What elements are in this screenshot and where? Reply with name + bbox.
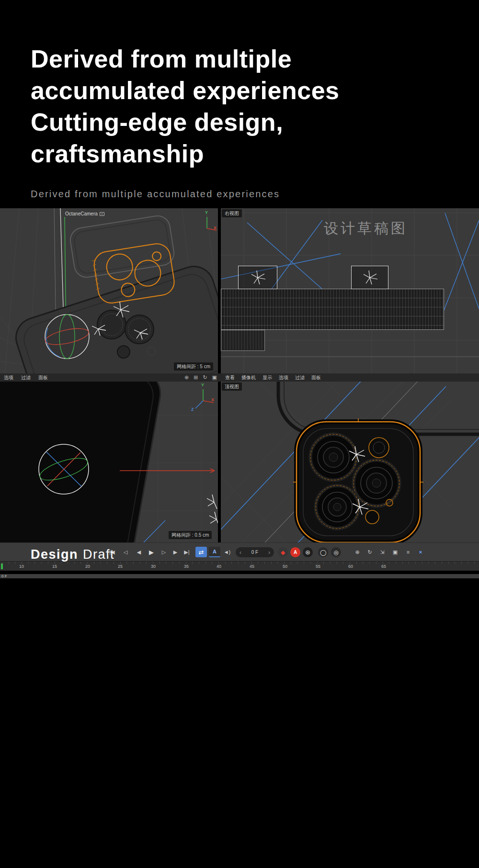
ruler-tick: 60	[348, 564, 353, 569]
autokey-button[interactable]: A	[209, 547, 220, 557]
layer-sliders-button[interactable]: ≡	[402, 547, 414, 557]
menu-panel[interactable]: 面板	[38, 374, 48, 381]
page-title-line: Cutting-edge design,	[31, 106, 462, 138]
perspective-viewport[interactable]: OctaneCamera Y X 网格间距 : 5 cm	[0, 208, 218, 373]
ruler-tick: 25	[118, 564, 123, 569]
frame-prev-arrow[interactable]: ‹	[240, 549, 241, 556]
c4d-workspace: OctaneCamera Y X 网格间距 : 5 cm	[0, 208, 479, 578]
ruler-tick: 65	[381, 564, 386, 569]
viewport-name-label[interactable]: 右视图	[222, 209, 242, 217]
front-view-canvas	[0, 382, 218, 542]
grid-spacing-label: 网格间距 : 0.5 cm	[169, 531, 212, 539]
y-axis-label: Y	[205, 210, 208, 215]
previous-frame-button[interactable]: ◀	[133, 547, 145, 557]
grid-spacing-label: 网格间距 : 5 cm	[174, 362, 213, 371]
phone-side-wireframe	[221, 289, 444, 330]
keyframe-mode-button[interactable]: ◎	[331, 547, 341, 557]
menu-options[interactable]: 选项	[4, 374, 13, 381]
top-view-canvas	[221, 382, 479, 542]
move-tool-button[interactable]: ⊕	[352, 547, 363, 557]
viewport-nav-icons: ⊕ ⊞ ↻ ▣	[184, 373, 217, 382]
x-axis-label: X	[214, 225, 217, 230]
ruler-tick: 20	[85, 564, 90, 569]
camera-lens	[310, 434, 356, 480]
zoom-icon[interactable]: ⊞	[194, 374, 198, 381]
page-title-line: craftsmanship	[31, 138, 462, 169]
page-title-line: Derived from multiple	[31, 43, 462, 75]
camera-lens	[354, 460, 399, 506]
sketch-starburst	[251, 271, 265, 284]
y-axis-label: Y	[201, 383, 204, 387]
phone-side-wireframe-lower	[221, 330, 265, 351]
ruler-tick: 30	[151, 564, 156, 569]
sketch-starbursts	[207, 495, 218, 526]
frame-next-arrow[interactable]: ›	[268, 549, 270, 556]
z-axis-label: Z	[191, 407, 194, 412]
camera-object-icon	[100, 212, 104, 216]
record-scrub-button[interactable]: ◯	[318, 547, 328, 557]
camera-section-outline	[238, 266, 277, 289]
sound-button[interactable]: ◄)	[221, 547, 233, 557]
camera-object-label[interactable]: OctaneCamera	[65, 211, 104, 216]
camera-module	[293, 418, 423, 542]
camera-object-name: OctaneCamera	[65, 211, 98, 216]
front-viewport[interactable]: Y X Z 网格间距 : 0.5 cm	[0, 382, 218, 542]
viewport-menubar: 选项 过滤 面板 ⊕ ⊞ ↻ ▣ 查看 摄像机 显示 选项 过滤 面板	[0, 373, 479, 382]
perspective-viewport-canvas	[0, 208, 218, 373]
frame-value: 0 F	[251, 550, 258, 555]
frame-status-strip: 0 F	[0, 574, 479, 578]
next-frame-button[interactable]: ▷	[158, 547, 170, 557]
ruler-tick: 55	[316, 564, 320, 569]
phone-silhouette	[0, 382, 164, 542]
rotate-view-icon[interactable]: ↻	[203, 374, 207, 381]
page-subtitle: Derived from multiple accumulated experi…	[31, 189, 462, 200]
keying-settings-button[interactable]: ⊛	[303, 547, 313, 557]
watermark-text: 设计草稿图	[324, 219, 408, 238]
ruler-tick: 45	[250, 564, 254, 569]
camera-lens	[316, 485, 359, 529]
page-title-line: accumulated experiences	[31, 75, 462, 106]
caption-word: Design	[31, 547, 78, 562]
menu-cameras[interactable]: 摄像机	[241, 374, 256, 381]
ruler-tick: 50	[283, 564, 287, 569]
camera-section-outline	[351, 266, 388, 289]
flash-circle	[369, 438, 389, 458]
ruler-tick: 35	[184, 564, 189, 569]
frame-field[interactable]: ‹ 0 F ›	[236, 547, 274, 557]
lidar-circle	[365, 510, 379, 524]
current-frame-marker[interactable]	[1, 564, 3, 569]
axis-lock-button[interactable]: ×	[415, 547, 426, 557]
x-axis-label: X	[211, 397, 214, 402]
loop-playback-button[interactable]: ⇄	[195, 547, 207, 557]
top-viewport[interactable]: 顶视图	[221, 382, 479, 542]
record-keyframe-button[interactable]: ◆	[278, 547, 288, 557]
hero-section: Derived from multiple accumulated experi…	[31, 43, 462, 200]
ruler-tick: 10	[19, 564, 24, 569]
ruler-tick: 40	[217, 564, 221, 569]
viewport-name-label[interactable]: 顶视图	[222, 383, 242, 391]
coord-system-button[interactable]: ▣	[389, 547, 401, 557]
right-view-viewport[interactable]: 右视图 设计草稿图	[221, 208, 479, 373]
menu-display[interactable]: 显示	[262, 374, 272, 381]
design-draft-caption: DesignDraft	[31, 547, 114, 562]
previous-key-button[interactable]: ◁	[120, 547, 131, 557]
left-viewport-menu: 选项 过滤 面板 ⊕ ⊞ ↻ ▣	[0, 373, 221, 382]
timeline-ruler[interactable]: 10 15 20 25 30 35 40 45 50 55 60 65	[0, 561, 479, 571]
rotate-tool-button[interactable]: ↻	[364, 547, 376, 557]
maximize-view-icon[interactable]: ▣	[212, 374, 217, 381]
ruler-tick: 15	[52, 564, 57, 569]
sketch-starburst	[364, 271, 377, 284]
menu-panel[interactable]: 面板	[311, 374, 321, 381]
menu-options[interactable]: 选项	[279, 374, 288, 381]
auto-keying-button[interactable]: A	[290, 547, 300, 557]
next-key-button[interactable]: ▶	[170, 547, 181, 557]
right-viewport-menu: 查看 摄像机 显示 选项 过滤 面板	[221, 373, 321, 382]
caption-word: Draft	[83, 547, 114, 562]
pan-icon[interactable]: ⊕	[184, 374, 189, 381]
play-button[interactable]: ▶	[146, 547, 157, 557]
go-to-end-button[interactable]: ▶|	[181, 547, 193, 557]
scale-tool-button[interactable]: ⇲	[376, 547, 388, 557]
menu-filter[interactable]: 过滤	[21, 374, 31, 381]
menu-filter[interactable]: 过滤	[295, 374, 305, 381]
menu-view[interactable]: 查看	[225, 374, 235, 381]
